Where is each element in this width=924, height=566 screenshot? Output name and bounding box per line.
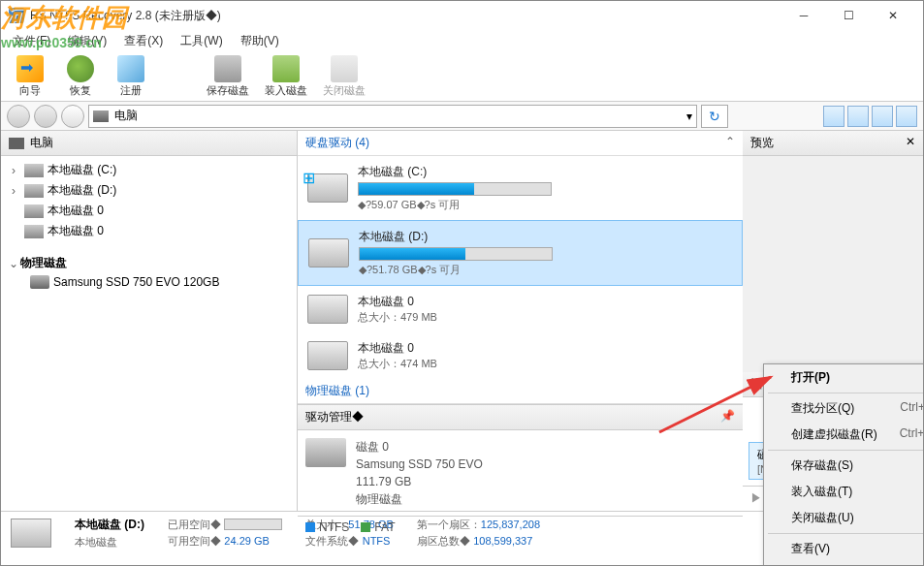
menubar: 文件(F) 编辑(V) 查看(X) 工具(W) 帮助(V) — [1, 30, 923, 51]
recover-icon — [67, 55, 94, 82]
physical-disk-item[interactable]: 磁盘 0 Samsung SSD 750 EVO 111.79 GB 物理磁盘 — [305, 438, 735, 508]
drive-sub: 总大小：479 MB — [358, 310, 733, 325]
driver-mgmt-header: 驱动管理◆📌 — [298, 405, 743, 430]
ctx-view[interactable]: 查看(V)▸ — [764, 536, 924, 562]
pin-icon[interactable]: 📌 — [720, 409, 735, 425]
drive-view: 硬盘驱动 (4)⌃ 本地磁盘 (C:) ◆?59.07 GB◆?s 可用 本地磁… — [298, 131, 743, 511]
drive-item[interactable]: 本地磁盘 (C:) ◆?59.07 GB◆?s 可用 — [298, 156, 743, 220]
nav-forward-button[interactable] — [34, 105, 57, 128]
drive-icon — [24, 225, 44, 238]
drive-name: 本地磁盘 (D:) — [359, 229, 732, 245]
drive-name: 本地磁盘 0 — [358, 340, 733, 357]
drive-item[interactable]: 本地磁盘 0 总大小：474 MB — [298, 332, 743, 379]
tree-item-physical-disk[interactable]: Samsung SSD 750 EVO 120GB — [3, 273, 295, 291]
ctx-find-partition[interactable]: 查找分区(Q)Ctrl+P — [764, 395, 924, 422]
chevron-down-icon[interactable]: ▾ — [686, 110, 692, 123]
menu-view[interactable]: 查看(X) — [116, 31, 171, 51]
drive-icon — [11, 519, 51, 548]
menu-file[interactable]: 文件(F) — [5, 31, 58, 51]
refresh-button[interactable]: ↻ — [701, 105, 728, 128]
recover-button[interactable]: 恢复 — [57, 53, 104, 100]
minimize-button[interactable]: ─ — [781, 1, 826, 30]
disk-title: 磁盘 0 — [356, 438, 483, 456]
save-button[interactable] — [872, 106, 893, 127]
register-button[interactable]: 注册 — [108, 53, 154, 100]
drive-item[interactable]: 本地磁盘 0 总大小：479 MB — [298, 286, 743, 332]
nav-back-button[interactable] — [7, 105, 30, 128]
tree-item-drive-0a[interactable]: 本地磁盘 0 — [3, 201, 295, 221]
ctx-open[interactable]: 打开(P) — [764, 364, 924, 391]
options-button[interactable] — [896, 106, 917, 127]
register-icon — [117, 55, 144, 82]
drive-sub: 总大小：474 MB — [358, 357, 733, 371]
save-disk-icon — [214, 55, 241, 82]
phys-section-header[interactable]: 物理磁盘 (1) — [298, 379, 743, 404]
app-icon — [9, 8, 24, 23]
menu-help[interactable]: 帮助(V) — [233, 31, 287, 51]
wizard-icon — [16, 55, 44, 82]
collapse-icon[interactable]: ⌃ — [725, 135, 735, 151]
ctx-sort[interactable]: 排序方式(W)▸ — [764, 562, 924, 566]
navbar: 电脑 ▾ ↻ — [1, 102, 923, 131]
disk-type: 物理磁盘 — [356, 490, 483, 508]
address-text: 电脑 — [114, 108, 138, 124]
tree-item-drive-d[interactable]: ›本地磁盘 (D:) — [3, 180, 295, 201]
wizard-button[interactable]: 向导 — [7, 53, 53, 100]
disk-size: 111.79 GB — [356, 473, 483, 490]
view-large-button[interactable] — [823, 106, 844, 127]
drive-icon — [24, 204, 44, 218]
view-small-button[interactable] — [847, 106, 869, 127]
ctx-load-disk[interactable]: 装入磁盘(T) — [764, 479, 924, 505]
maximize-button[interactable]: ☐ — [826, 1, 871, 30]
status-drive-name: 本地磁盘 (D:) — [75, 517, 144, 533]
drive-icon — [24, 184, 44, 198]
tree-physical-header[interactable]: ⌄物理磁盘 — [3, 253, 295, 273]
menu-tools[interactable]: 工具(W) — [173, 31, 230, 51]
close-icon[interactable]: ✕ — [906, 135, 915, 151]
address-bar[interactable]: 电脑 ▾ — [88, 105, 697, 128]
drive-icon — [307, 341, 348, 370]
computer-icon — [9, 138, 24, 149]
save-disk-button[interactable]: 保存磁盘 — [201, 53, 255, 100]
drive-icon — [308, 238, 349, 267]
toolbar: 向导 恢复 注册 保存磁盘 装入磁盘 关闭磁盘 — [1, 51, 923, 102]
context-menu: 打开(P) 查找分区(Q)Ctrl+P 创建虚拟磁盘(R)Ctrl+N 保存磁盘… — [763, 363, 924, 566]
legend: NTFS FAT — [298, 516, 743, 538]
menu-edit[interactable]: 编辑(V) — [60, 31, 114, 51]
disk-model: Samsung SSD 750 EVO — [356, 456, 483, 473]
close-button[interactable]: ✕ — [871, 1, 915, 30]
disk-icon — [30, 275, 49, 289]
close-disk-button: 关闭磁盘 — [317, 53, 371, 100]
preview-body — [743, 156, 923, 372]
ctx-save-disk[interactable]: 保存磁盘(S) — [764, 453, 924, 479]
drive-icon — [24, 164, 44, 177]
titlebar: RS NTFS Recovery 2.8 (未注册版◆) ─ ☐ ✕ — [1, 1, 923, 30]
load-disk-icon — [272, 55, 300, 82]
ctx-create-virtual-disk[interactable]: 创建虚拟磁盘(R)Ctrl+N — [764, 422, 924, 448]
drive-name: 本地磁盘 0 — [358, 294, 733, 310]
drive-item[interactable]: 本地磁盘 (D:) ◆?51.78 GB◆?s 可月 — [298, 220, 743, 286]
hdd-section-header[interactable]: 硬盘驱动 (4)⌃ — [298, 131, 743, 156]
drive-icon — [307, 295, 348, 324]
drive-icon — [307, 173, 348, 203]
load-disk-button[interactable]: 装入磁盘 — [259, 53, 313, 100]
tree-item-drive-0b[interactable]: 本地磁盘 0 — [3, 221, 295, 241]
nav-up-button[interactable] — [61, 105, 84, 128]
ctx-close-disk[interactable]: 关闭磁盘(U) — [764, 505, 924, 531]
computer-icon — [93, 110, 109, 122]
drive-sub: ◆?59.07 GB◆?s 可用 — [358, 198, 733, 212]
disk-icon — [305, 438, 346, 467]
tree-panel: 电脑 ›本地磁盘 (C:) ›本地磁盘 (D:) 本地磁盘 0 本地磁盘 0 ⌄… — [1, 131, 298, 511]
tree-header: 电脑 — [1, 131, 297, 156]
window-title: RS NTFS Recovery 2.8 (未注册版◆) — [30, 8, 781, 24]
drive-name: 本地磁盘 (C:) — [358, 164, 733, 180]
tree-item-drive-c[interactable]: ›本地磁盘 (C:) — [3, 160, 295, 180]
close-disk-icon — [331, 55, 358, 82]
preview-header: 预览✕ — [743, 131, 923, 156]
drive-sub: ◆?51.78 GB◆?s 可月 — [359, 263, 732, 277]
